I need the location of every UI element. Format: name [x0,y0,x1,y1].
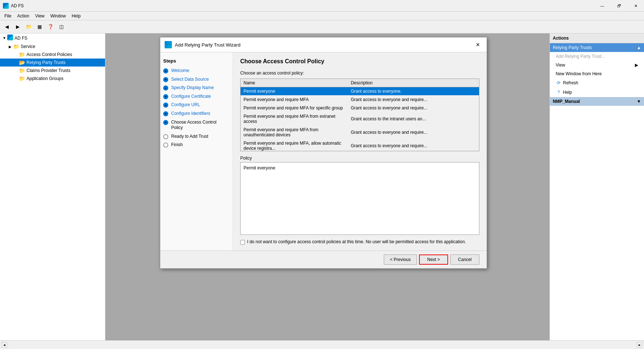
expand-icon[interactable]: ▼ [1,36,7,40]
step-choose-access-control-policy[interactable]: ● Choose Access ControlPolicy [163,120,230,131]
tree-label-cpt: Claims Provider Trusts [27,68,71,73]
action-new-window[interactable]: New Window from Here [550,69,644,78]
wizard-page-title: Choose Access Control Policy [240,58,479,65]
policy-table: Name Description Permit everyoneGrant ac… [241,79,479,151]
help-icon: ? [556,89,562,95]
policy-textarea[interactable] [240,162,479,235]
no-policy-checkbox[interactable] [240,240,245,245]
tree-label-ag: Application Groups [27,76,63,81]
cpt-folder-icon: 📁 [19,68,25,73]
rpt-expand-icon [13,61,19,65]
dialog-overlay: Add Relying Party Trust Wizard ✕ Steps ●… [105,33,550,340]
table-row[interactable]: Permit everyone and require MFAGrant acc… [241,96,479,104]
no-policy-label[interactable]: I do not want to configure access contro… [247,239,466,244]
dialog-title: Add Relying Party Trust Wizard [175,42,474,48]
step-dot-sds: ● [163,77,168,82]
view-submenu-arrow: ▶ [635,63,638,68]
back-button[interactable]: ◀ [2,22,12,32]
tree-item-adfs[interactable]: ▼ AD FS [0,33,105,43]
col-header-name: Name [241,79,348,87]
actions-header: Actions [550,33,644,43]
action-refresh[interactable]: ⟳ Refresh [550,78,644,88]
action-help[interactable]: ? Help [550,88,644,97]
step-label-ci[interactable]: Configure Identifiers [171,111,210,117]
folder-button[interactable]: 📁 [24,22,34,32]
menu-window[interactable]: Window [48,13,69,19]
previous-button[interactable]: < Previous [384,254,417,265]
menu-file[interactable]: File [1,13,14,19]
actions-section-nmp-arrow: ▼ [637,99,641,104]
scroll-right-button[interactable]: ► [637,342,643,348]
actions-section-nmp[interactable]: NMP_Manual ▼ [550,97,644,106]
step-specify-display-name[interactable]: ● Specify Display Name [163,85,230,91]
table-cell-name: Permit everyone and require MFA for spec… [241,104,348,112]
table-cell-description: Grant access to everyone and require... [348,104,479,112]
step-label-cu[interactable]: Configure URL [171,102,200,108]
cancel-button[interactable]: Cancel [450,254,479,265]
step-finish[interactable]: Finish [163,142,230,148]
menu-bar: File Action View Window Help [0,12,644,20]
tree-label-rpt: Relying Party Trusts [27,60,65,65]
close-button[interactable]: ✕ [627,0,644,12]
main-layout: ▼ AD FS ▶ 📁 Service 📁 Access Control Pol… [0,33,644,340]
tree-item-service[interactable]: ▶ 📁 Service [0,43,105,51]
acp-folder-icon: 📁 [19,52,25,57]
service-expand-icon[interactable]: ▶ [7,45,13,49]
tree-item-claims-provider-trusts[interactable]: 📁 Claims Provider Trusts [0,67,105,75]
window-controls: — 🗗 ✕ [594,0,644,12]
table-row[interactable]: Permit everyone and require MFA from una… [241,126,479,139]
right-panel: Add Relying Party Trust Wizard ✕ Steps ●… [105,33,550,340]
step-dot-ci: ● [163,111,168,116]
table-row[interactable]: Permit everyoneGrant access to everyone. [241,87,479,96]
policy-table-scroll[interactable]: Name Description Permit everyoneGrant ac… [241,79,479,151]
step-label-cc[interactable]: Configure Certificate [171,94,211,100]
menu-action[interactable]: Action [14,13,32,19]
tree-item-relying-party-trusts[interactable]: 📂 Relying Party Trusts [0,59,105,67]
msc-button[interactable]: ◫ [56,22,67,32]
table-row[interactable]: Permit everyone and require MFA from ext… [241,112,479,126]
action-view[interactable]: View ▶ [550,61,644,69]
table-cell-name: Permit everyone [241,87,348,96]
action-view-submenu: View ▶ [556,63,638,68]
action-add-relying-party-trust[interactable]: Add Relying Party Trust... [550,52,644,61]
tree-item-application-groups[interactable]: 📁 Application Groups [0,75,105,83]
help-button[interactable]: ❓ [45,22,56,32]
action-label-add-rpt: Add Relying Party Trust... [556,54,605,59]
table-row[interactable]: Permit everyone and require MFA for spec… [241,104,479,112]
dialog-close-button[interactable]: ✕ [474,40,482,49]
menu-help[interactable]: Help [69,13,84,19]
menu-view[interactable]: View [32,13,48,19]
actions-section-nmp-label: NMP_Manual [553,99,580,104]
table-cell-description: Grant access to the intranet users an... [348,112,479,126]
step-label-welcome[interactable]: Welcome [171,68,189,74]
step-dot-rat [163,134,168,139]
step-dot-cu: ● [163,103,168,108]
dialog-body: Steps ● Welcome ● Select Data Source ● S… [160,52,487,250]
snap-button[interactable]: ▦ [35,22,45,32]
forward-button[interactable]: ▶ [13,22,23,32]
actions-section-rpt[interactable]: Relying Party Trusts ▲ [550,43,644,52]
policy-label: Policy [240,156,479,161]
step-label-sdn[interactable]: Specify Display Name [171,85,214,91]
table-cell-name: Permit everyone and require MFA [241,96,348,104]
next-button[interactable]: Next > [419,254,448,265]
table-cell-name: Permit everyone and require MFA from ext… [241,112,348,126]
actions-section-rpt-arrow: ▲ [637,45,641,50]
step-welcome[interactable]: ● Welcome [163,68,230,74]
app-icon [3,3,9,9]
step-configure-url[interactable]: ● Configure URL [163,102,230,108]
table-cell-name: Permit everyone and require MFA from una… [241,126,348,139]
step-configure-identifiers[interactable]: ● Configure Identifiers [163,111,230,117]
step-label-sds[interactable]: Select Data Source [171,77,209,83]
restore-button[interactable]: 🗗 [611,0,627,12]
step-configure-certificate[interactable]: ● Configure Certificate [163,94,230,100]
tree-item-access-control-policies[interactable]: 📁 Access Control Policies [0,51,105,59]
step-dot-welcome: ● [163,68,168,73]
step-select-data-source[interactable]: ● Select Data Source [163,77,230,83]
minimize-button[interactable]: — [594,0,611,12]
step-ready-to-add-trust[interactable]: Ready to Add Trust [163,134,230,140]
scroll-left-button[interactable]: ◄ [1,342,7,348]
step-dot-sdn: ● [163,85,168,91]
table-row[interactable]: Permit everyone and require MFA, allow a… [241,139,479,151]
dialog-title-bar: Add Relying Party Trust Wizard ✕ [160,37,487,52]
